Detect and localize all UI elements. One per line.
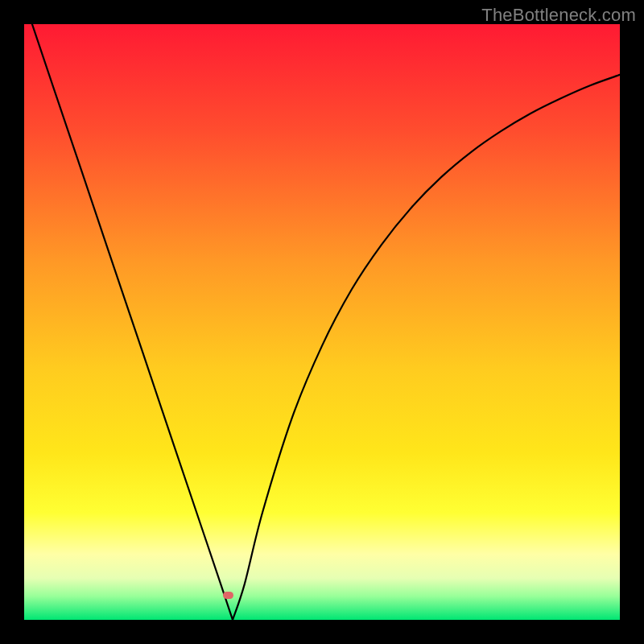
minimum-marker	[223, 592, 233, 599]
plot-area	[24, 24, 620, 620]
watermark-label: TheBottleneck.com	[481, 5, 636, 26]
chart-container: TheBottleneck.com	[0, 0, 644, 644]
